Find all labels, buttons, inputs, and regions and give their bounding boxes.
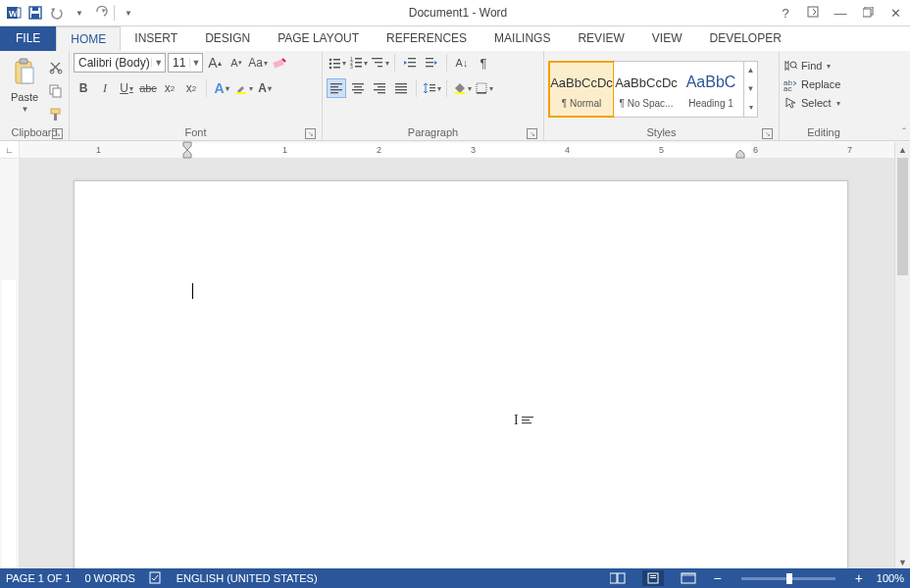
group-font: Calibri (Body)▼ 11▼ A▴ A▾ Aa▾ B I U▾ abc…: [70, 51, 323, 140]
ribbon-display-icon[interactable]: [804, 6, 822, 21]
style-normal[interactable]: AaBbCcDc¶ Normal: [549, 62, 614, 117]
strikethrough-button[interactable]: abc: [138, 78, 158, 98]
styles-more[interactable]: ▲▼▾: [743, 62, 757, 117]
status-page[interactable]: PAGE 1 OF 1: [6, 572, 71, 584]
horizontal-ruler[interactable]: 1 1 2 3 4 5 6 7: [20, 141, 910, 158]
view-print-layout-icon[interactable]: [642, 570, 664, 586]
horizontal-ruler-bar: ∟ 1 1 2 3 4 5 6 7: [0, 141, 910, 159]
collapse-ribbon-icon[interactable]: ˆ: [902, 126, 906, 138]
minimize-icon[interactable]: —: [832, 6, 849, 21]
align-center-icon[interactable]: [348, 78, 368, 98]
indent-marker-left[interactable]: [182, 141, 194, 159]
tab-file[interactable]: FILE: [0, 26, 56, 51]
zoom-in-button[interactable]: +: [855, 570, 863, 586]
justify-icon[interactable]: [391, 78, 411, 98]
numbering-icon[interactable]: 123▾: [348, 53, 368, 73]
tab-home[interactable]: HOME: [56, 26, 121, 51]
select-button[interactable]: Select▾: [784, 94, 840, 112]
font-launcher-icon[interactable]: ↘: [305, 128, 316, 139]
tab-mailings[interactable]: MAILINGS: [480, 26, 564, 51]
highlight-icon[interactable]: ▾: [233, 78, 253, 98]
customize-qa-dropdown[interactable]: ▼: [118, 2, 139, 24]
save-icon[interactable]: [25, 2, 46, 24]
status-proofing-icon[interactable]: [149, 570, 163, 586]
underline-button[interactable]: U▾: [117, 78, 136, 98]
change-case-icon[interactable]: Aa▾: [248, 53, 268, 73]
group-styles: AaBbCcDc¶ Normal AaBbCcDc¶ No Spac... Aa…: [544, 51, 780, 140]
paragraph-launcher-icon[interactable]: ↘: [527, 128, 537, 139]
show-hide-icon[interactable]: ¶: [474, 53, 493, 73]
copy-icon[interactable]: [45, 80, 65, 100]
shrink-font-icon[interactable]: A▾: [227, 53, 246, 73]
svg-rect-18: [273, 59, 283, 68]
svg-rect-52: [378, 92, 385, 93]
shading-icon[interactable]: ▾: [452, 78, 472, 98]
styles-gallery[interactable]: AaBbCcDc¶ Normal AaBbCcDc¶ No Spac... Aa…: [548, 61, 758, 118]
font-color-icon[interactable]: A▾: [255, 78, 275, 98]
tab-review[interactable]: REVIEW: [564, 26, 637, 51]
status-language[interactable]: ENGLISH (UNITED STATES): [177, 572, 318, 584]
svg-rect-39: [426, 62, 433, 63]
tab-design[interactable]: DESIGN: [191, 26, 264, 51]
page[interactable]: I: [74, 180, 848, 570]
scroll-up-icon[interactable]: ▲: [895, 142, 910, 158]
help-icon[interactable]: ?: [777, 6, 794, 21]
styles-launcher-icon[interactable]: ↘: [762, 128, 773, 139]
text-effects-icon[interactable]: A▾: [212, 78, 231, 98]
scroll-thumb[interactable]: [897, 158, 908, 275]
format-painter-icon[interactable]: [45, 104, 65, 123]
zoom-slider[interactable]: [741, 577, 835, 580]
replace-button[interactable]: abacReplace: [784, 75, 840, 93]
cut-icon[interactable]: [45, 57, 65, 76]
svg-rect-10: [20, 59, 27, 64]
status-words[interactable]: 0 WORDS: [84, 572, 134, 584]
tab-developer[interactable]: DEVELOPER: [695, 26, 794, 51]
view-read-mode-icon[interactable]: [607, 570, 629, 586]
indent-marker-right[interactable]: [735, 150, 747, 159]
zoom-slider-thumb[interactable]: [786, 573, 792, 584]
grow-font-icon[interactable]: A▴: [205, 53, 225, 73]
tab-selector[interactable]: ∟: [0, 141, 20, 158]
redo-icon[interactable]: [90, 2, 112, 24]
bold-button[interactable]: B: [74, 78, 93, 98]
sort-icon[interactable]: A↓: [452, 53, 472, 73]
zoom-out-button[interactable]: −: [713, 570, 721, 586]
restore-icon[interactable]: [859, 6, 877, 21]
bullets-icon[interactable]: ▾: [327, 53, 346, 73]
borders-icon[interactable]: ▾: [474, 78, 493, 98]
superscript-button[interactable]: x2: [181, 78, 201, 98]
style-heading-1[interactable]: AaBbCHeading 1: [679, 62, 743, 117]
italic-button[interactable]: I: [95, 78, 115, 98]
svg-point-22: [329, 63, 331, 66]
font-size-combo[interactable]: 11▼: [168, 53, 203, 73]
style-no-spacing[interactable]: AaBbCcDc¶ No Spac...: [614, 62, 679, 117]
font-name-combo[interactable]: Calibri (Body)▼: [74, 53, 166, 73]
word-app-icon[interactable]: W: [3, 2, 25, 24]
tab-insert[interactable]: INSERT: [121, 26, 191, 51]
undo-dropdown[interactable]: ▼: [69, 2, 90, 24]
multilevel-list-icon[interactable]: ▾: [370, 53, 389, 73]
tab-references[interactable]: REFERENCES: [373, 26, 480, 51]
subscript-button[interactable]: x2: [160, 78, 179, 98]
increase-indent-icon[interactable]: [422, 53, 441, 73]
tab-page-layout[interactable]: PAGE LAYOUT: [264, 26, 373, 51]
svg-rect-21: [333, 59, 340, 61]
page-viewport[interactable]: I: [20, 159, 894, 570]
svg-text:ac: ac: [784, 84, 791, 91]
clear-formatting-icon[interactable]: [270, 53, 289, 73]
undo-icon[interactable]: [46, 2, 68, 24]
align-left-icon[interactable]: [327, 78, 346, 98]
align-right-icon[interactable]: [370, 78, 389, 98]
vertical-scrollbar[interactable]: ▲ ▼: [894, 142, 910, 570]
zoom-level[interactable]: 100%: [877, 572, 904, 584]
line-spacing-icon[interactable]: ▾: [422, 78, 441, 98]
view-web-layout-icon[interactable]: [678, 570, 699, 586]
close-icon[interactable]: ✕: [886, 6, 904, 21]
clipboard-launcher-icon[interactable]: ↘: [52, 128, 63, 139]
svg-rect-58: [430, 87, 435, 88]
decrease-indent-icon[interactable]: [400, 53, 420, 73]
find-button[interactable]: Find▾: [784, 57, 831, 74]
paste-button[interactable]: Paste ▼: [4, 53, 45, 118]
vertical-ruler[interactable]: [0, 159, 20, 570]
tab-view[interactable]: VIEW: [638, 26, 696, 51]
